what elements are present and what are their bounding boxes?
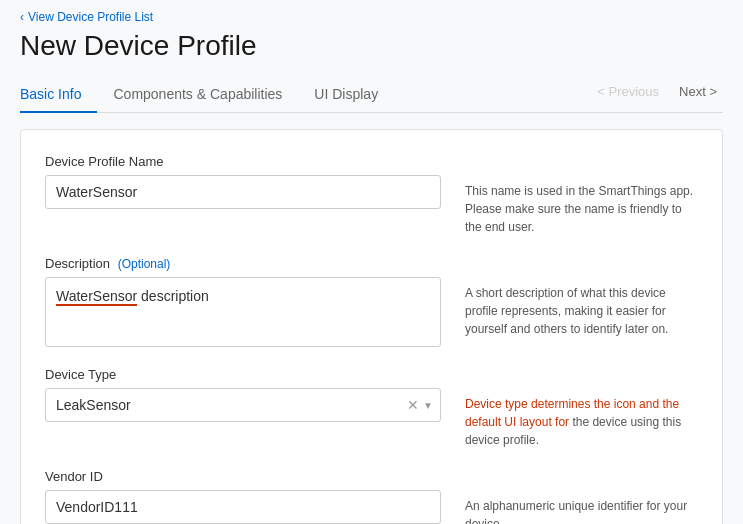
breadcrumb-label: View Device Profile List — [28, 10, 153, 24]
device-profile-name-label: Device Profile Name — [45, 154, 441, 169]
tab-basic-info[interactable]: Basic Info — [20, 78, 97, 112]
device-type-row: Device Type LeakSensor MotionSensor Cont… — [45, 367, 698, 449]
vendor-id-input[interactable] — [45, 490, 441, 524]
device-type-select[interactable]: LeakSensor MotionSensor ContactSensor — [45, 388, 441, 422]
tab-nav: < Previous Next > — [591, 82, 723, 109]
page-title: New Device Profile — [20, 30, 723, 62]
device-profile-name-input[interactable] — [45, 175, 441, 209]
device-type-select-wrapper: LeakSensor MotionSensor ContactSensor ✕ … — [45, 388, 441, 422]
description-hint: A short description of what this device … — [465, 256, 698, 338]
description-highlight: WaterSensor — [56, 288, 137, 306]
vendor-id-left: Vendor ID — [45, 469, 465, 524]
select-clear-icon[interactable]: ✕ — [407, 397, 419, 413]
description-left: Description (Optional) WaterSensor descr… — [45, 256, 465, 347]
device-type-label: Device Type — [45, 367, 441, 382]
description-input[interactable]: WaterSensor description — [45, 277, 441, 347]
vendor-id-hint: An alphanumeric unique identifier for yo… — [465, 469, 698, 524]
device-profile-name-row: Device Profile Name This name is used in… — [45, 154, 698, 236]
tab-ui-display[interactable]: UI Display — [314, 78, 394, 112]
next-tab-button[interactable]: Next > — [673, 82, 723, 101]
back-icon: ‹ — [20, 10, 24, 24]
device-profile-name-left: Device Profile Name — [45, 154, 465, 209]
description-label: Description (Optional) — [45, 256, 441, 271]
tabs-row: Basic Info Components & Capabilities UI … — [20, 78, 723, 113]
device-type-left: Device Type LeakSensor MotionSensor Cont… — [45, 367, 465, 422]
device-profile-name-hint: This name is used in the SmartThings app… — [465, 154, 698, 236]
description-row: Description (Optional) WaterSensor descr… — [45, 256, 698, 347]
vendor-id-label: Vendor ID — [45, 469, 441, 484]
previous-tab-button[interactable]: < Previous — [591, 82, 665, 101]
tab-components[interactable]: Components & Capabilities — [113, 78, 298, 112]
form-card: Device Profile Name This name is used in… — [20, 129, 723, 524]
breadcrumb[interactable]: ‹ View Device Profile List — [20, 10, 723, 24]
vendor-id-row: Vendor ID An alphanumeric unique identif… — [45, 469, 698, 524]
device-type-hint: Device type determines the icon and the … — [465, 367, 698, 449]
description-text: description — [137, 288, 209, 304]
description-optional: (Optional) — [118, 257, 171, 271]
